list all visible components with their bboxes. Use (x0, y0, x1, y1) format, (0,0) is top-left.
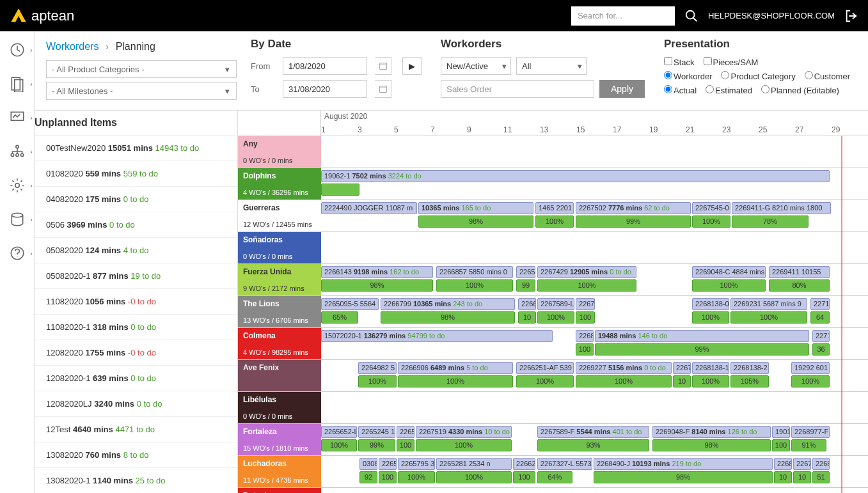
team-label[interactable]: Any0 WO's / 0 mins (238, 136, 321, 168)
workorder-bar[interactable]: 19488 mins 146 to do (595, 330, 809, 342)
progress-bar[interactable]: 98% (418, 215, 533, 228)
workorder-bar[interactable]: 2267589-L (537, 298, 574, 310)
progress-bar[interactable]: 100% (436, 471, 512, 483)
workorder-bar[interactable]: 2269411 10155 (769, 266, 830, 278)
progress-bar[interactable] (321, 184, 359, 196)
progress-bar[interactable]: 98% (594, 471, 773, 483)
bars-area[interactable]: 2224490 JOGGER 11087 m10365 mins 165 to … (321, 200, 868, 231)
workorder-bar[interactable]: 15072020-1 136279 mins 94799 to do (321, 330, 553, 342)
team-label[interactable]: Colmena4 WO's / 98295 mins (238, 328, 321, 359)
progress-bar[interactable]: 100% (791, 375, 830, 387)
pieces-checkbox[interactable]: Pieces/SAM (704, 57, 759, 67)
workorder-bar[interactable]: 2265281 2534 n (436, 458, 512, 470)
workorder-bar[interactable]: 2266251 5 (513, 458, 535, 470)
workorder-bar[interactable]: 2265245 1 (358, 426, 395, 438)
brand-logo[interactable]: aptean (10, 7, 74, 25)
progress-bar[interactable]: 100% (535, 215, 574, 228)
workorder-bar[interactable]: 2267 (673, 362, 691, 374)
workorder-bar[interactable]: 19062-1 7502 mins 3224 to do (321, 170, 830, 182)
progress-bar[interactable]: 10 (673, 375, 691, 387)
bars-area[interactable] (321, 392, 868, 423)
progress-bar[interactable]: 36 (812, 343, 830, 356)
search-icon[interactable] (684, 9, 698, 23)
sidebar-dashboard[interactable]: › (8, 41, 26, 59)
progress-bar[interactable]: 100 (576, 311, 595, 324)
workorder-bar[interactable]: 2265 (516, 266, 535, 278)
progress-bar[interactable]: 100% (692, 279, 766, 292)
progress-bar[interactable]: 98% (652, 439, 771, 451)
progress-bar[interactable]: 100% (730, 311, 807, 324)
user-email[interactable]: HELPDESK@SHOPFLOOR.COM (708, 11, 835, 20)
workorder-bar[interactable]: 2266 (518, 298, 536, 310)
bars-area[interactable]: 2265095-5 55642266799 10365 mins 243 to … (321, 296, 868, 327)
unplanned-item[interactable]: 01082020 559 mins 559 to do (35, 160, 237, 186)
workorder-bar[interactable]: 2266906 6489 mins 5 to do (398, 362, 513, 374)
progress-bar[interactable]: 98% (321, 279, 433, 292)
sidebar-monitor[interactable]: › (8, 109, 26, 127)
unplanned-item[interactable]: 12082020 1755 mins -0 to do (35, 340, 237, 365)
workorder-bar[interactable]: 2266251-AF 539 (516, 362, 574, 374)
progress-bar[interactable]: 100 (513, 471, 535, 483)
progress-bar[interactable]: 100% (692, 311, 729, 324)
sidebar-org[interactable]: › (8, 143, 26, 160)
workorder-bar[interactable]: 2268138-0 (692, 298, 729, 310)
bars-area[interactable] (321, 488, 868, 493)
productcat-radio[interactable]: Product Category (721, 71, 795, 81)
progress-bar[interactable]: 100% (436, 279, 513, 292)
unplanned-item[interactable]: 04082020 175 mins 0 to do (35, 186, 237, 212)
workorder-bar[interactable]: 2264982 5 (358, 362, 397, 374)
workorder-bar[interactable]: 2266143 9198 mins 162 to do (321, 266, 433, 278)
unplanned-item[interactable]: 11082020 1056 mins -0 to do (35, 288, 237, 314)
progress-bar[interactable]: 99 (516, 279, 535, 292)
progress-bar[interactable]: 100% (358, 375, 397, 387)
workorder-bar[interactable]: 2271 (810, 298, 830, 310)
progress-bar[interactable]: 100% (692, 215, 730, 228)
unplanned-item[interactable]: 13082020 760 mins 8 to do (35, 442, 237, 467)
progress-bar[interactable]: 100 (576, 343, 594, 356)
workorder-bar[interactable]: 0308 (359, 458, 377, 470)
workorder-bar[interactable]: 2269231 5687 mins 9 (730, 298, 807, 310)
workorder-bar[interactable]: 2265 (397, 426, 414, 438)
bars-area[interactable]: 2266143 9198 mins 162 to do2266857 5850 … (321, 264, 868, 295)
progress-bar[interactable]: 99% (595, 343, 809, 356)
progress-bar[interactable]: 80% (769, 279, 830, 292)
workorder-bar[interactable]: 2267429 12905 mins 0 to do (537, 266, 636, 278)
workorder-bar[interactable]: 2268 (774, 458, 792, 470)
planned-radio[interactable]: Planned (Editable) (761, 85, 839, 95)
search-input[interactable] (571, 6, 675, 26)
progress-bar[interactable]: 10 (518, 311, 536, 324)
workorder-bar[interactable]: 2271 (812, 330, 830, 342)
milestone-select[interactable]: - All Milestones - (46, 82, 237, 100)
team-label[interactable]: Dolphins4 WO's / 36296 mins (238, 168, 321, 200)
progress-bar[interactable]: 10 (793, 471, 811, 483)
workorder-bar[interactable]: 1901 (772, 426, 790, 438)
workorder-radio[interactable]: Workorder (664, 71, 712, 81)
workorder-bar[interactable]: 2265095-5 5564 (321, 298, 379, 310)
bars-area[interactable]: 2264982 52266906 6489 mins 5 to do226625… (321, 360, 868, 391)
bars-area[interactable]: 19062-1 7502 mins 3224 to do (321, 168, 868, 200)
progress-bar[interactable]: 99% (576, 215, 691, 228)
progress-bar[interactable]: 100% (537, 311, 574, 324)
progress-bar[interactable]: 91% (791, 439, 826, 451)
unplanned-item[interactable]: 12Test 4640 mins 4471 to do (35, 416, 237, 442)
sales-order-input[interactable] (441, 80, 594, 98)
workorder-bar[interactable]: 2266857 5850 mins 0 (436, 266, 513, 278)
workorder-bar[interactable]: 10365 mins 165 to do (418, 202, 533, 214)
progress-bar[interactable]: 100 (397, 439, 414, 451)
sidebar-help[interactable]: › (8, 244, 26, 262)
calendar-icon[interactable] (375, 57, 391, 75)
workorder-bar[interactable]: 2269227 5156 mins 0 to do (576, 362, 672, 374)
progress-bar[interactable]: 105% (730, 375, 769, 387)
team-label[interactable]: Libélulas0 WO's / 0 mins (238, 392, 321, 423)
workorder-bar[interactable]: 2267 (576, 298, 595, 310)
workorder-bar[interactable]: 2267 (793, 458, 811, 470)
workorder-bar[interactable]: 2267589-F 5544 mins 401 to do (537, 426, 649, 438)
progress-bar[interactable]: 78% (732, 215, 809, 228)
unplanned-item[interactable]: 13082020-1 1140 mins 25 to do (35, 467, 237, 493)
workorder-bar[interactable]: 2267519 4330 mins 10 to do (416, 426, 512, 438)
progress-bar[interactable]: 98% (381, 311, 515, 324)
workorder-bar[interactable]: 2267502 7776 mins 62 to do (576, 202, 691, 214)
progress-bar[interactable]: 65% (321, 311, 358, 324)
workorder-bar[interactable]: 2224490 JOGGER 11087 m (321, 202, 417, 214)
play-button[interactable]: ▶ (402, 57, 422, 75)
